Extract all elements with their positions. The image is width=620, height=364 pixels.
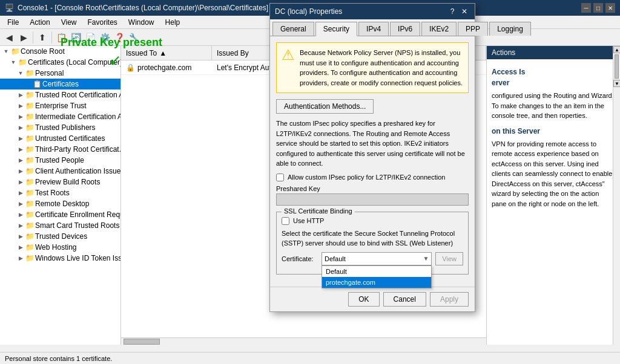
dialog-help-button[interactable]: ? [447,6,458,17]
apply-button[interactable]: Apply [430,292,469,307]
tree-item-remote-desktop[interactable]: ▶ 📁 Remote Desktop [0,198,120,209]
sort-icon: ▲ [159,49,167,57]
on-server-section: on this Server VPN for providing remote … [492,126,615,209]
menu-window[interactable]: Window [124,17,159,28]
tree-label-win-live: Windows Live ID Token Issu... [35,254,121,262]
help-icon-btn[interactable]: ❓ [113,31,126,44]
tree-toggle-trusted-root: ▶ [16,92,25,98]
preshared-key-input[interactable] [276,193,469,206]
column-issued-to[interactable]: Issued To ▲ [121,46,212,60]
horizontal-scrollbar-container [121,337,486,345]
tab-general[interactable]: General [272,22,314,36]
tree-item-enterprise-trust[interactable]: ▶ 📁 Enterprise Trust [0,100,120,111]
access-is-section: Access Iserver configured using the Rout… [492,67,615,121]
tree-label-certs-local: Certificates (Local Computer) [28,58,121,67]
access-is-title: Access Iserver [492,67,615,88]
close-button[interactable]: ✕ [605,3,615,13]
show-hide-tree[interactable]: 📋 [54,31,68,44]
tree-item-console-root[interactable]: ▼ 📁 Console Root [0,46,120,57]
certificate-dropdown-container: Default ▼ Default protechgate.com [322,252,432,265]
right-panel-scrollbar[interactable]: ▲ ▼ [613,46,620,345]
ssl-legend: SSL Certificate Binding [282,207,355,215]
cancel-button[interactable]: Cancel [383,292,426,307]
third-party-icon: 📁 [25,145,35,154]
toolbar-separator-2 [51,31,52,44]
minimize-button[interactable]: ─ [581,3,591,13]
scrollbar-thumb[interactable] [615,54,619,79]
dialog-dc-properties: DC (local) Properties ? ✕ General Securi… [269,3,475,312]
tab-logging[interactable]: Logging [489,22,531,36]
use-http-label: Use HTTP [293,217,324,224]
console-titlebar-controls: ─ □ ✕ [581,3,615,13]
tree-toggle-third-party: ▶ [16,146,25,152]
tree-item-trusted-root[interactable]: ▶ 📁 Trusted Root Certification A... [0,89,120,100]
tree-item-smart-card[interactable]: ▶ 📁 Smart Card Trusted Roots [0,220,120,231]
scrollbar-up-btn[interactable]: ▲ [613,46,620,53]
menu-view[interactable]: View [56,17,82,28]
tree-item-trusted-people[interactable]: ▶ 📁 Trusted People [0,155,120,166]
action-icon-btn[interactable]: 🔧 [127,31,140,44]
scrollbar-down-btn[interactable]: ▼ [613,80,620,87]
dropdown-option-default[interactable]: Default [322,266,431,277]
use-http-checkbox[interactable] [282,217,289,225]
tree-label-smart-card: Smart Card Trusted Roots [35,221,119,230]
menu-help[interactable]: Help [160,17,185,28]
forward-button[interactable]: ▶ [17,31,30,44]
refresh-button[interactable]: 🔄 [69,31,82,44]
status-text: Personal store contains 1 certificate. [5,355,112,362]
tree-item-cert-enrollment[interactable]: ▶ 📁 Certificate Enrollment Requ... [0,209,120,220]
menu-favorites[interactable]: Favorites [83,17,122,28]
up-button[interactable]: ⬆ [36,31,49,44]
tree-toggle-personal: ▼ [16,70,25,76]
tree-item-windows-live[interactable]: ▶ 📁 Windows Live ID Token Issu... [0,253,120,264]
dialog-titlebar-controls: ? ✕ [447,6,470,17]
use-http-row: Use HTTP [282,217,463,225]
tree-label-third-party: Third-Party Root Certificat... [35,145,121,154]
tab-ppp[interactable]: PPP [458,22,488,36]
tree-item-web-hosting[interactable]: ▶ 📁 Web Hosting [0,242,120,253]
export-button[interactable]: 📄 [84,31,97,44]
back-button[interactable]: ◀ [2,31,16,44]
dialog-close-button[interactable]: ✕ [459,6,470,17]
menu-action[interactable]: Action [25,17,54,28]
windows-live-icon: 📁 [25,254,35,262]
tree-toggle-test: ▶ [16,190,25,196]
menu-file[interactable]: File [2,17,24,28]
on-server-text: VPN for providing remote access to remot… [492,139,615,209]
tree-toggle-untrusted: ▶ [16,135,25,141]
right-panel-header-text: Actions [492,48,515,57]
h-scrollbar[interactable] [121,337,486,345]
tree-item-client-auth[interactable]: ▶ 📁 Client Authentication Issue... [0,166,120,177]
warning-box: ⚠ Because Network Policy Server (NPS) is… [276,42,469,93]
tab-ipv6[interactable]: IPv6 [390,22,420,36]
tree-item-certs-local[interactable]: ▼ 📁 Certificates (Local Computer) [0,57,120,68]
tree-item-intermediate[interactable]: ▶ 📁 Intermediate Certification A... [0,111,120,122]
tree-label-devices: Trusted Devices [35,232,87,241]
tab-security[interactable]: Security [315,22,357,36]
tree-item-certificates[interactable]: 📋 Certificates [0,79,120,89]
on-server-title: on this Server [492,126,615,137]
ok-button[interactable]: OK [348,292,379,307]
tree-toggle: ▼ [1,48,11,54]
tree-item-untrusted[interactable]: ▶ 📁 Untrusted Certificates [0,133,120,144]
maximize-button[interactable]: □ [593,3,603,13]
test-roots-icon: 📁 [25,189,35,197]
tree-item-test-roots[interactable]: ▶ 📁 Test Roots [0,187,120,198]
tree-item-trusted-devices[interactable]: ▶ 📁 Trusted Devices [0,231,120,242]
tree-label-test: Test Roots [35,189,70,197]
tree-item-personal[interactable]: ▼ 📁 Personal [0,68,120,79]
tab-ipv4[interactable]: IPv4 [358,22,389,36]
tree-item-third-party[interactable]: ▶ 📁 Third-Party Root Certificat... [0,144,120,155]
allow-custom-ipsec-checkbox[interactable] [276,174,284,181]
h-scrollbar-thumb[interactable] [124,339,160,345]
certificate-dropdown[interactable]: Default ▼ [322,252,432,265]
certificate-label: Certificate: [282,255,318,262]
tree-item-preview-build[interactable]: ▶ 📁 Preview Build Roots [0,177,120,187]
properties-button[interactable]: ⚙️ [98,31,111,44]
view-button[interactable]: View [435,252,463,265]
auth-methods-button[interactable]: Authentication Methods... [276,99,374,114]
tree-toggle-certs-local: ▼ [8,59,18,65]
dropdown-option-protechgate[interactable]: protechgate.com [322,277,431,288]
tab-ikev2[interactable]: IKEv2 [421,22,457,36]
tree-item-trusted-publishers[interactable]: ▶ 📁 Trusted Publishers [0,122,120,133]
